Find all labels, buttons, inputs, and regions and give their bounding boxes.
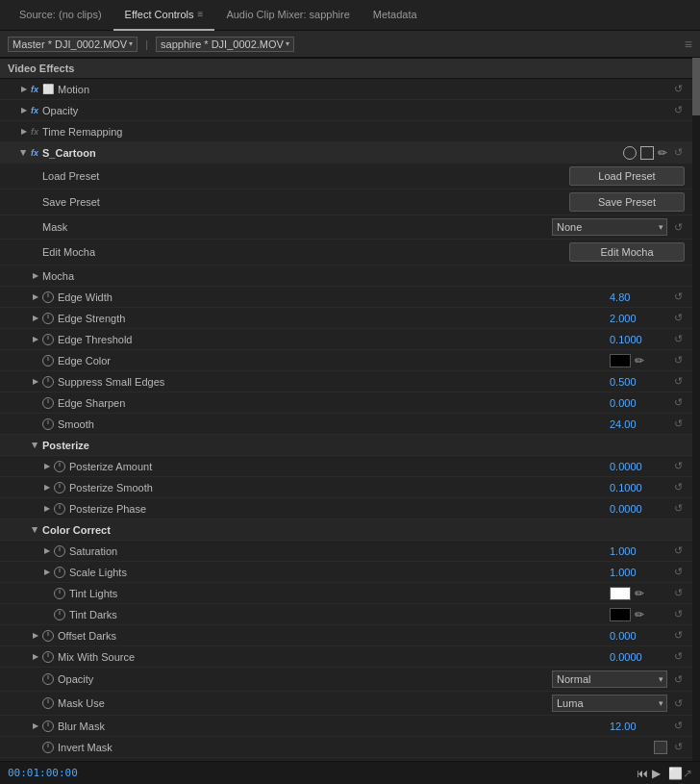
blend-mode-select[interactable]: Normal Multiply Screen Overlay xyxy=(552,670,667,688)
edge-strength-stopwatch[interactable] xyxy=(42,313,54,324)
suppress-reset[interactable]: ↺ xyxy=(671,375,685,389)
motion-expand[interactable]: ▶ xyxy=(19,85,29,94)
tab-metadata[interactable]: Metadata xyxy=(362,0,429,31)
mask-use-reset[interactable]: ↺ xyxy=(671,696,685,710)
mocha-expand[interactable]: ▶ xyxy=(31,271,40,281)
posterize-amount-value[interactable]: 0.0000 xyxy=(610,461,667,472)
scroll-thumb[interactable] xyxy=(692,58,700,115)
tint-darks-eyedropper[interactable]: ✏ xyxy=(635,608,644,621)
opacity-row[interactable]: ▶ fx Opacity ↺ xyxy=(0,100,692,121)
tint-lights-stopwatch[interactable] xyxy=(54,588,65,599)
posterize-phase-expand[interactable]: ▶ xyxy=(42,504,52,514)
blur-mask-expand[interactable]: ▶ xyxy=(31,721,40,731)
posterize-phase-stopwatch[interactable] xyxy=(54,503,65,515)
scale-lights-reset[interactable]: ↺ xyxy=(671,566,685,579)
edge-sharpen-reset[interactable]: ↺ xyxy=(671,396,685,410)
offset-darks-reset[interactable]: ↺ xyxy=(671,629,685,643)
offset-darks-expand[interactable]: ▶ xyxy=(31,631,40,641)
edge-width-value[interactable]: 4.80 xyxy=(610,291,667,303)
edge-threshold-value[interactable]: 0.1000 xyxy=(610,334,667,345)
posterize-expand[interactable]: ▶ xyxy=(31,441,40,450)
blur-mask-reset[interactable]: ↺ xyxy=(671,720,685,733)
export-button[interactable]: ⬜↗ xyxy=(668,767,692,780)
mix-with-source-value[interactable]: 0.0000 xyxy=(610,651,667,663)
smooth-reset[interactable]: ↺ xyxy=(671,417,685,431)
scrollbar[interactable] xyxy=(692,58,700,761)
s-cartoon-expand[interactable]: ▶ xyxy=(19,148,29,158)
blur-mask-value[interactable]: 12.00 xyxy=(610,721,667,732)
scale-lights-expand[interactable]: ▶ xyxy=(42,568,52,577)
tint-darks-reset[interactable]: ↺ xyxy=(671,608,685,621)
edge-threshold-stopwatch[interactable] xyxy=(42,334,54,345)
mask-select-wrapper[interactable]: None Mask 1 Mask 2 xyxy=(552,218,667,236)
edge-color-eyedropper[interactable]: ✏ xyxy=(635,354,644,367)
edge-color-stopwatch[interactable] xyxy=(42,355,54,367)
mask-use-select[interactable]: Luma Alpha xyxy=(552,695,667,712)
tint-lights-eyedropper[interactable]: ✏ xyxy=(635,587,644,600)
suppress-stopwatch[interactable] xyxy=(42,376,54,388)
tab-effect-controls[interactable]: Effect Controls ≡ xyxy=(113,0,215,31)
posterize-smooth-expand[interactable]: ▶ xyxy=(42,483,52,493)
saturation-reset[interactable]: ↺ xyxy=(671,544,685,558)
load-preset-button[interactable]: Load Preset xyxy=(569,166,685,186)
invert-mask-reset[interactable]: ↺ xyxy=(671,741,685,754)
scale-lights-stopwatch[interactable] xyxy=(54,567,65,578)
posterize-section-row[interactable]: ▶ Posterize xyxy=(0,435,692,456)
blur-mask-stopwatch[interactable] xyxy=(42,721,54,732)
saturation-value[interactable]: 1.000 xyxy=(610,545,667,557)
square-icon[interactable] xyxy=(640,146,654,160)
master-dropdown[interactable]: Master * DJI_0002.MOV ▾ xyxy=(8,37,138,52)
edge-threshold-reset[interactable]: ↺ xyxy=(671,333,685,346)
edge-threshold-expand[interactable]: ▶ xyxy=(31,335,40,344)
mix-with-source-expand[interactable]: ▶ xyxy=(31,652,40,662)
effects-panel[interactable]: Video Effects ▶ fx ⬜ Motion ↺ ▶ fx Opaci… xyxy=(0,58,692,761)
save-preset-button[interactable]: Save Preset xyxy=(569,192,685,212)
sapphire-dropdown[interactable]: sapphire * DJI_0002.MOV ▾ xyxy=(156,37,294,52)
suppress-expand[interactable]: ▶ xyxy=(31,377,40,387)
posterize-smooth-value[interactable]: 0.1000 xyxy=(610,482,667,493)
tab-audio-mixer[interactable]: Audio Clip Mixer: sapphire xyxy=(214,0,361,31)
s-cartoon-reset[interactable]: ↺ xyxy=(671,146,685,160)
mask-use-stopwatch[interactable] xyxy=(42,697,54,709)
s-cartoon-row[interactable]: ▶ fx S_Cartoon ✏ ↺ xyxy=(0,142,692,164)
mix-with-source-stopwatch[interactable] xyxy=(42,651,54,663)
tint-lights-reset[interactable]: ↺ xyxy=(671,587,685,600)
smooth-value[interactable]: 24.00 xyxy=(610,418,667,430)
motion-row[interactable]: ▶ fx ⬜ Motion ↺ xyxy=(0,79,692,100)
mask-use-select-wrapper[interactable]: Luma Alpha xyxy=(552,695,667,712)
edit-mocha-button[interactable]: Edit Mocha xyxy=(569,242,685,262)
edge-width-stopwatch[interactable] xyxy=(42,291,54,303)
color-correct-expand[interactable]: ▶ xyxy=(31,525,40,535)
mix-with-source-reset[interactable]: ↺ xyxy=(671,650,685,664)
play-to-in-button[interactable]: ⏮ xyxy=(637,767,648,780)
time-remapping-expand[interactable]: ▶ xyxy=(19,127,29,137)
circle-icon[interactable] xyxy=(623,146,637,160)
invert-mask-checkbox[interactable] xyxy=(654,741,667,754)
blend-mode-reset[interactable]: ↺ xyxy=(671,672,685,686)
suppress-value[interactable]: 0.500 xyxy=(610,376,667,388)
mask-reset[interactable]: ↺ xyxy=(671,220,685,234)
scale-lights-value[interactable]: 1.000 xyxy=(610,567,667,578)
edge-sharpen-stopwatch[interactable] xyxy=(42,397,54,409)
blend-mode-stopwatch[interactable] xyxy=(42,673,54,685)
blend-mode-select-wrapper[interactable]: Normal Multiply Screen Overlay xyxy=(552,670,667,688)
mask-select[interactable]: None Mask 1 Mask 2 xyxy=(552,218,667,236)
motion-reset[interactable]: ↺ xyxy=(671,83,685,96)
edge-width-reset[interactable]: ↺ xyxy=(671,291,685,304)
pencil-icon[interactable]: ✏ xyxy=(658,146,667,160)
time-remapping-row[interactable]: ▶ fx Time Remapping xyxy=(0,121,692,142)
posterize-smooth-reset[interactable]: ↺ xyxy=(671,481,685,494)
edge-sharpen-value[interactable]: 0.000 xyxy=(610,397,667,409)
edge-color-swatch[interactable] xyxy=(610,354,631,367)
offset-darks-stopwatch[interactable] xyxy=(42,630,54,642)
posterize-phase-reset[interactable]: ↺ xyxy=(671,502,685,516)
opacity-reset[interactable]: ↺ xyxy=(671,104,685,117)
posterize-amount-stopwatch[interactable] xyxy=(54,461,65,472)
edge-color-reset[interactable]: ↺ xyxy=(671,354,685,367)
saturation-stopwatch[interactable] xyxy=(54,545,65,557)
invert-mask-stopwatch[interactable] xyxy=(42,742,54,753)
tint-darks-swatch[interactable] xyxy=(610,608,631,621)
tint-lights-swatch[interactable] xyxy=(610,587,631,600)
play-button[interactable]: ▶ xyxy=(652,767,661,780)
posterize-phase-value[interactable]: 0.0000 xyxy=(610,503,667,515)
